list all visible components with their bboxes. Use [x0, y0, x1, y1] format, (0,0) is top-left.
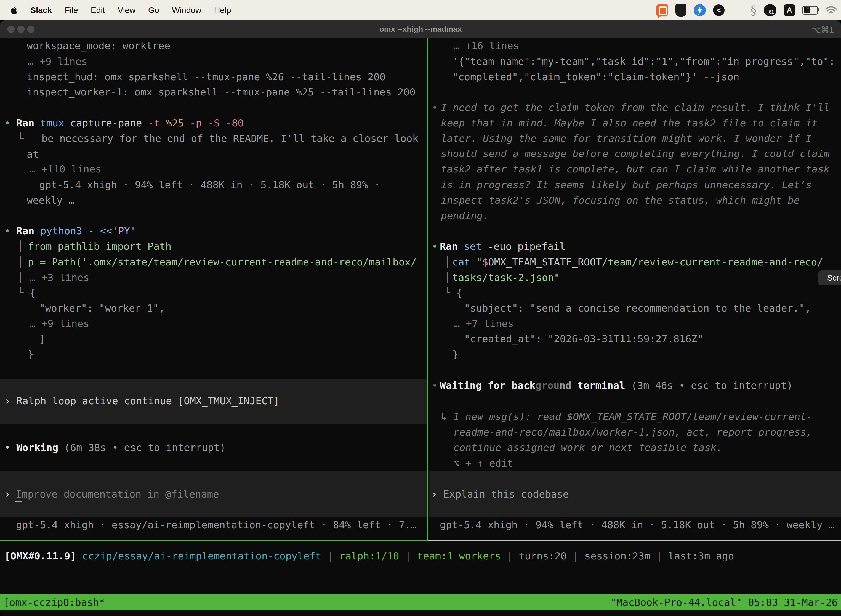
- menu-item-edit[interactable]: Edit: [91, 6, 105, 15]
- menu-item-file[interactable]: File: [64, 6, 78, 15]
- window-titlebar[interactable]: omx --xhigh --madmax ⌥⌘1: [0, 21, 841, 38]
- a-app-icon[interactable]: A: [784, 4, 795, 16]
- window-shortcut-hint: ⌥⌘1: [812, 25, 834, 35]
- lightning-bolt-icon[interactable]: [694, 4, 706, 16]
- battery-icon[interactable]: ϟ: [802, 6, 818, 15]
- badge-61-icon[interactable]: ..61: [764, 4, 777, 16]
- shield-grid-icon[interactable]: [675, 4, 687, 16]
- chat-app-icon[interactable]: [656, 4, 668, 16]
- squiggle-icon[interactable]: §: [750, 3, 757, 18]
- menu-item-window[interactable]: Window: [172, 6, 201, 15]
- wifi-icon[interactable]: [825, 6, 837, 15]
- window-title: omx --xhigh --madmax: [0, 25, 841, 34]
- menu-item-view[interactable]: View: [117, 6, 135, 15]
- terminal-window: omx --xhigh --madmax ⌥⌘1: [0, 21, 841, 616]
- menu-item-slack[interactable]: Slack: [30, 6, 52, 15]
- dots-grid-icon[interactable]: [732, 4, 743, 16]
- menu-items: SlackFileEditViewGoWindowHelp: [30, 6, 244, 15]
- keyboard-switcher-icon[interactable]: <: [713, 4, 725, 16]
- status-icons: < § ..61 A ϟ: [656, 0, 837, 21]
- menu-left: SlackFileEditViewGoWindowHelp: [0, 6, 244, 15]
- menu-item-go[interactable]: Go: [148, 6, 159, 15]
- menu-bar: SlackFileEditViewGoWindowHelp < § ..61 A…: [0, 0, 841, 21]
- apple-logo-icon[interactable]: [10, 6, 19, 15]
- menu-item-help[interactable]: Help: [214, 6, 231, 15]
